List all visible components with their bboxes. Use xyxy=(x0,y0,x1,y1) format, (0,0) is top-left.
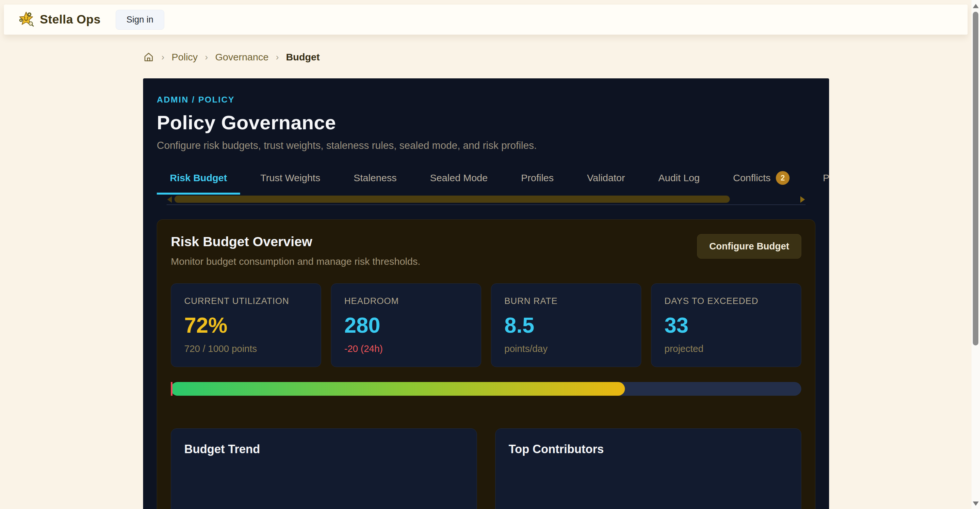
tab-label: Validator xyxy=(587,172,625,184)
overview-title: Risk Budget Overview xyxy=(171,234,420,249)
top-contributors-card: Top Contributors xyxy=(495,428,801,509)
breadcrumb: › Policy › Governance › Budget xyxy=(143,52,320,63)
utilization-gauge xyxy=(171,382,801,396)
breadcrumb-link-policy[interactable]: Policy xyxy=(172,52,197,63)
tab-scrollbar xyxy=(167,195,805,204)
tab-label: Pl xyxy=(823,172,829,184)
stat-card-current-utilization: CURRENT UTILIZATION72%720 / 1000 points xyxy=(171,284,321,367)
stat-card-headroom: HEADROOM280-20 (24h) xyxy=(331,284,481,367)
tab-validator[interactable]: Validator xyxy=(574,169,638,195)
tab-conflicts[interactable]: Conflicts2 xyxy=(720,169,803,195)
tab-label: Risk Budget xyxy=(170,172,227,184)
chevron-right-icon: › xyxy=(276,52,278,62)
sign-in-button[interactable]: Sign in xyxy=(116,10,164,30)
budget-trend-card: Budget Trend xyxy=(171,428,477,509)
tab-bar: Risk BudgetTrust WeightsStalenessSealed … xyxy=(157,169,829,195)
page-scrollbar-thumb[interactable] xyxy=(973,12,978,346)
top-contributors-title: Top Contributors xyxy=(509,442,788,456)
overview-subtitle: Monitor budget consumption and manage ri… xyxy=(171,256,420,267)
tab-audit-log[interactable]: Audit Log xyxy=(645,169,713,195)
stat-value: 8.5 xyxy=(504,313,628,338)
stella-ops-logo-icon xyxy=(18,11,34,28)
stat-label: HEADROOM xyxy=(344,296,468,306)
tab-staleness[interactable]: Staleness xyxy=(340,169,410,195)
gauge-fill xyxy=(171,382,625,396)
tab-badge: 2 xyxy=(776,171,789,185)
topbar: Stella Ops Sign in xyxy=(4,5,967,35)
scroll-up-arrow-icon[interactable] xyxy=(973,4,979,8)
section-eyebrow: ADMIN / POLICY xyxy=(157,95,815,105)
page-subtitle: Configure risk budgets, trust weights, s… xyxy=(157,140,815,152)
stat-sub: -20 (24h) xyxy=(344,344,468,354)
stat-label: CURRENT UTILIZATION xyxy=(184,296,308,306)
chevron-right-icon: › xyxy=(161,52,164,62)
tab-pl[interactable]: Pl xyxy=(810,169,829,195)
stat-cards: CURRENT UTILIZATION72%720 / 1000 pointsH… xyxy=(171,284,801,367)
stat-sub: projected xyxy=(665,344,788,354)
scroll-left-arrow-icon[interactable] xyxy=(167,196,172,203)
page-scrollbar xyxy=(972,0,980,509)
tab-label: Audit Log xyxy=(658,172,700,184)
breadcrumb-current: Budget xyxy=(286,52,320,63)
tab-label: Trust Weights xyxy=(260,172,320,184)
stat-label: DAYS TO EXCEEDED xyxy=(665,296,788,306)
stat-value: 33 xyxy=(665,313,788,338)
budget-trend-title: Budget Trend xyxy=(184,442,463,456)
tab-label: Staleness xyxy=(353,172,396,184)
stat-label: BURN RATE xyxy=(504,296,628,306)
tab-label: Conflicts xyxy=(733,172,771,184)
screen: Stella Ops Sign in › Policy › Governance… xyxy=(0,0,980,509)
breadcrumb-link-governance[interactable]: Governance xyxy=(215,52,269,63)
stat-sub: points/day xyxy=(504,344,628,354)
page-title: Policy Governance xyxy=(157,111,815,134)
brand-home-link[interactable]: Stella Ops xyxy=(18,11,100,28)
risk-budget-overview-card: Risk Budget Overview Monitor budget cons… xyxy=(157,219,815,509)
budget-trend-chart xyxy=(184,478,463,509)
scroll-right-arrow-icon[interactable] xyxy=(800,196,805,203)
tab-profiles[interactable]: Profiles xyxy=(508,169,567,195)
gauge-critical-marker xyxy=(171,382,172,396)
scroll-down-arrow-icon[interactable] xyxy=(973,501,979,506)
stat-sub: 720 / 1000 points xyxy=(184,344,308,354)
tab-sealed-mode[interactable]: Sealed Mode xyxy=(417,169,501,195)
tab-scrollbar-track xyxy=(167,205,805,205)
home-icon[interactable] xyxy=(143,52,154,63)
tab-trust-weights[interactable]: Trust Weights xyxy=(247,169,333,195)
chevron-right-icon: › xyxy=(205,52,208,62)
stat-card-days-to-exceeded: DAYS TO EXCEEDED33projected xyxy=(651,284,801,367)
stat-value: 280 xyxy=(344,313,468,338)
tab-risk-budget[interactable]: Risk Budget xyxy=(157,169,240,195)
policy-governance-panel: ADMIN / POLICY Policy Governance Configu… xyxy=(143,78,829,509)
stat-card-burn-rate: BURN RATE8.5points/day xyxy=(491,284,641,367)
stat-value: 72% xyxy=(184,313,308,338)
configure-budget-button[interactable]: Configure Budget xyxy=(697,234,801,258)
tab-label: Profiles xyxy=(521,172,554,184)
tab-scrollbar-thumb[interactable] xyxy=(175,195,730,203)
brand-name: Stella Ops xyxy=(40,13,100,27)
tab-label: Sealed Mode xyxy=(430,172,488,184)
